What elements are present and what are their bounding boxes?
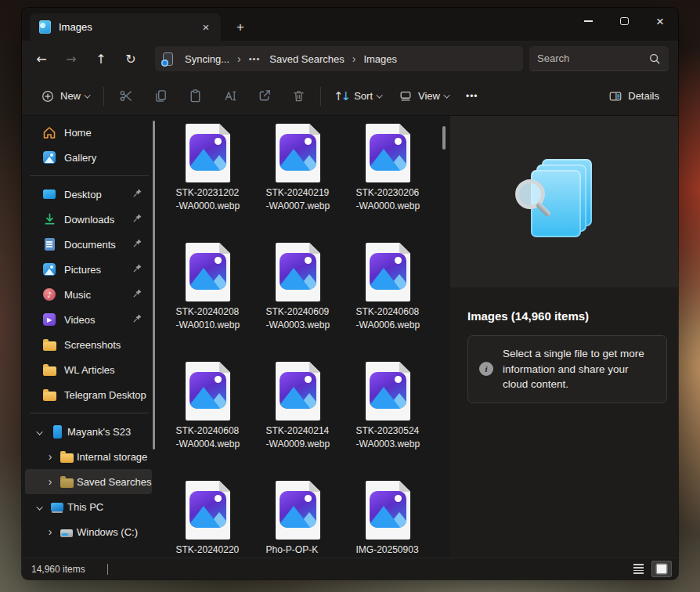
forward-button[interactable]: →	[56, 45, 86, 72]
sidebar-item-this-pc[interactable]: This PC	[25, 494, 152, 519]
sidebar-item-windows-c[interactable]: › Windows (C:)	[25, 519, 152, 544]
thumbnail-view-icon	[657, 565, 666, 573]
folder-icon	[42, 363, 56, 377]
refresh-button[interactable]: ↻	[116, 45, 146, 72]
breadcrumb-device[interactable]: Syncing...	[180, 50, 234, 68]
close-button[interactable]: ×	[642, 8, 678, 34]
sidebar-item-gallery[interactable]: Gallery	[25, 145, 152, 170]
sidebar-item-wl-articles[interactable]: WL Articles	[25, 357, 152, 382]
chevron-right-icon: ›	[234, 52, 244, 65]
file-item[interactable]: STK-20240219-WA0007.webp	[253, 124, 343, 243]
search-box	[529, 46, 669, 71]
new-button-label: New	[60, 90, 81, 102]
toolbar-separator	[320, 87, 321, 106]
chevron-down-icon[interactable]	[34, 425, 47, 438]
chevron-right-icon[interactable]: ›	[44, 475, 56, 488]
syncing-device-icon	[163, 52, 173, 66]
tab-images[interactable]: Images ×	[30, 13, 221, 41]
pin-icon	[132, 188, 143, 200]
copy-button[interactable]	[143, 83, 178, 110]
sidebar-item-label: Windows (C:)	[77, 526, 138, 538]
file-item[interactable]: STK-20240220	[163, 481, 253, 558]
sidebar-item-label: Screenshots	[64, 339, 121, 351]
grid-scrollbar[interactable]	[442, 126, 446, 150]
new-tab-button[interactable]: +	[229, 16, 252, 38]
chevron-right-icon[interactable]: ›	[44, 450, 56, 463]
sidebar-item-internal-storage[interactable]: › Internal storage	[25, 444, 152, 469]
monitor-icon	[50, 500, 64, 514]
minimize-button[interactable]	[570, 8, 606, 34]
details-view-toggle[interactable]	[628, 561, 648, 577]
file-item[interactable]: STK-20231202-WA0000.webp	[163, 124, 253, 243]
pin-icon	[132, 288, 143, 301]
details-pane-icon	[608, 89, 622, 103]
webp-file-icon	[276, 243, 320, 301]
file-explorer-window: Images × + × ← → ↑ ↻ Syncing... › ••• Sa…	[22, 8, 678, 579]
phone-icon	[50, 424, 64, 439]
sidebar-item-telegram-desktop[interactable]: Telegram Desktop	[25, 382, 152, 407]
details-toggle-button[interactable]: Details	[601, 84, 667, 109]
chevron-down-icon[interactable]	[34, 500, 47, 513]
downloads-icon	[42, 212, 56, 226]
breadcrumb-saved-searches[interactable]: Saved Searches	[265, 50, 348, 68]
search-input[interactable]	[537, 52, 648, 64]
file-name: STK-20240219-WA0007.webp	[266, 186, 330, 213]
navigation-sidebar: Home Gallery Desktop Downloads	[22, 116, 157, 558]
sidebar-item-pictures[interactable]: Pictures	[25, 257, 152, 282]
back-button[interactable]: ←	[27, 45, 56, 72]
details-title: Images (14,960 items)	[450, 287, 678, 334]
maximize-button[interactable]	[606, 8, 642, 34]
file-item[interactable]: STK-20230206-WA0000.webp	[343, 124, 433, 243]
breadcrumb-overflow[interactable]: •••	[244, 54, 265, 63]
sidebar-item-videos[interactable]: ▶ Videos	[25, 307, 152, 332]
sidebar-item-music[interactable]: ♪ Music	[25, 282, 152, 307]
file-item[interactable]: STK-20240214-WA0009.webp	[253, 362, 343, 481]
sidebar-item-home[interactable]: Home	[25, 120, 152, 145]
new-button[interactable]: New	[33, 84, 99, 109]
file-item[interactable]: STK-20240609-WA0003.webp	[253, 243, 343, 362]
info-icon: i	[479, 362, 493, 376]
documents-icon	[42, 237, 56, 251]
thumbnail-view-toggle[interactable]	[651, 561, 672, 577]
chevron-right-icon[interactable]: ›	[44, 525, 56, 538]
sidebar-item-device[interactable]: Mayank's S23	[25, 419, 152, 444]
cut-button[interactable]	[109, 83, 143, 110]
share-button[interactable]	[247, 83, 281, 110]
sidebar-item-label: Gallery	[64, 152, 96, 164]
sidebar-item-downloads[interactable]: Downloads	[25, 207, 152, 232]
sidebar-item-saved-searches[interactable]: › Saved Searches	[25, 469, 152, 494]
sidebar-item-documents[interactable]: Documents	[25, 232, 152, 257]
breadcrumb-images[interactable]: Images	[359, 50, 402, 68]
file-name: STK-20240608-WA0006.webp	[356, 305, 420, 332]
details-button-label: Details	[628, 90, 659, 102]
more-options-button[interactable]: •••	[458, 85, 486, 107]
window-controls: ×	[570, 8, 678, 34]
file-name: STK-20230524-WA0003.webp	[356, 424, 420, 451]
sidebar-item-label: WL Articles	[64, 364, 115, 376]
home-icon	[42, 125, 56, 139]
up-button[interactable]: ↑	[86, 45, 116, 72]
saved-search-icon	[39, 20, 51, 34]
rename-button[interactable]	[212, 83, 247, 110]
sidebar-item-desktop[interactable]: Desktop	[25, 182, 152, 207]
delete-button[interactable]	[281, 83, 316, 110]
drive-icon	[60, 525, 74, 539]
file-item[interactable]: STK-20240608-WA0006.webp	[343, 243, 433, 362]
chevron-down-icon	[376, 92, 382, 98]
file-item[interactable]: STK-20240208-WA0010.webp	[163, 243, 253, 362]
webp-file-icon	[186, 481, 230, 540]
sidebar-scrollbar[interactable]	[153, 121, 155, 449]
file-item[interactable]: Pho-P-OP-K	[253, 481, 343, 558]
file-item[interactable]: STK-20230524-WA0003.webp	[343, 362, 433, 481]
tab-close-icon[interactable]: ×	[197, 19, 215, 36]
cut-icon	[119, 88, 134, 103]
sort-button[interactable]: ↑↓ Sort	[326, 84, 391, 109]
file-item[interactable]: IMG-20250903	[343, 481, 433, 558]
file-item[interactable]: STK-20240608-WA0004.webp	[163, 362, 253, 481]
sidebar-separator	[30, 413, 149, 413]
paste-button[interactable]	[178, 83, 212, 110]
sidebar-item-screenshots[interactable]: Screenshots	[25, 332, 152, 357]
view-button[interactable]: View	[391, 84, 458, 109]
sort-button-label: Sort	[354, 90, 373, 102]
file-name: STK-20240220	[176, 543, 240, 557]
